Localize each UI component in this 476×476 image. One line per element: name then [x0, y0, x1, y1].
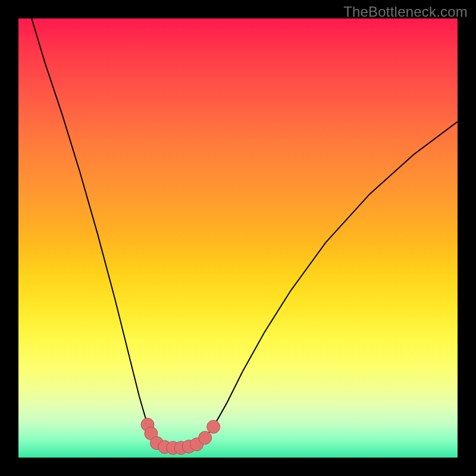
bottleneck-curve — [32, 18, 458, 448]
trough-markers — [141, 418, 220, 455]
chart-frame: TheBottleneck.com — [0, 0, 476, 476]
chart-svg — [18, 18, 458, 458]
plot-area — [18, 18, 458, 458]
marker-point — [207, 420, 220, 433]
watermark-text: TheBottleneck.com — [343, 4, 468, 20]
marker-point — [199, 431, 212, 444]
